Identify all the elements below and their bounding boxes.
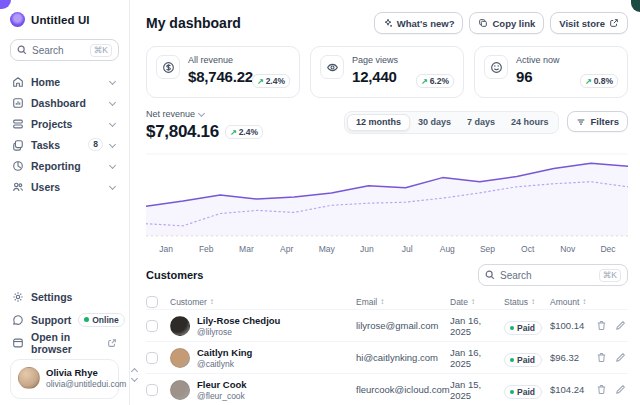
- visit-store-button[interactable]: Visit store: [550, 12, 628, 34]
- sidebar-item-label: Open in browser: [31, 331, 100, 355]
- gear-icon: [12, 291, 24, 303]
- row-checkbox[interactable]: [146, 320, 158, 332]
- chart-month-label: Sep: [467, 244, 507, 254]
- customers-search-input[interactable]: Search ⌘K: [478, 264, 628, 286]
- chart-month-label: Feb: [186, 244, 226, 254]
- pie-chart-icon: [12, 160, 24, 172]
- row-checkbox[interactable]: [146, 384, 158, 396]
- filter-lines-icon: [576, 117, 586, 127]
- status-badge: Paid: [504, 385, 542, 399]
- trash-icon[interactable]: [596, 320, 607, 331]
- tab-7-days[interactable]: 7 days: [459, 114, 503, 131]
- column-header-customer[interactable]: Customer↕: [170, 297, 356, 307]
- chart-month-label: Nov: [548, 244, 588, 254]
- message-icon: [12, 314, 24, 326]
- home-icon: [12, 76, 24, 88]
- table-row[interactable]: Lily-Rose Chedjou @lilyrose lilyrose@gma…: [146, 310, 628, 342]
- customer-email: lilyrose@gmail.com: [356, 320, 450, 331]
- chart-month-label: Aug: [427, 244, 467, 254]
- column-header-amount[interactable]: Amount↕: [550, 297, 594, 307]
- sidebar-footer: Settings Support Online Open in browser …: [10, 276, 119, 399]
- whats-new-button[interactable]: What's new?: [374, 12, 464, 34]
- avatar: [170, 316, 190, 336]
- sidebar-item-projects[interactable]: Projects: [10, 115, 119, 132]
- chevron-down-icon: [109, 141, 116, 148]
- sidebar-item-label: Projects: [31, 118, 103, 130]
- sidebar-item-label: Home: [31, 76, 103, 88]
- trend-badge: ↗0.8%: [580, 74, 618, 88]
- customer-date: Jan 16, 2025: [450, 315, 504, 337]
- sidebar-item-settings[interactable]: Settings: [10, 288, 119, 305]
- sidebar-item-support[interactable]: Support Online: [10, 311, 119, 328]
- edit-icon[interactable]: [615, 384, 626, 395]
- trash-icon[interactable]: [596, 352, 607, 363]
- date-range-tabs: 12 months 30 days 7 days 24 hours: [344, 111, 560, 134]
- column-header-email[interactable]: Email↕: [356, 297, 450, 307]
- tab-24-hours[interactable]: 24 hours: [503, 114, 557, 131]
- customer-name: Caitlyn King: [197, 347, 252, 358]
- search-shortcut: ⌘K: [90, 44, 112, 57]
- copy-link-button[interactable]: Copy link: [469, 12, 544, 34]
- table-row[interactable]: Caitlyn King @caitlynk hi@caitlynking.co…: [146, 342, 628, 374]
- tab-30-days[interactable]: 30 days: [410, 114, 459, 131]
- sidebar-item-home[interactable]: Home: [10, 73, 119, 90]
- net-revenue-value: $7,804.16: [146, 122, 219, 142]
- sidebar-search-input[interactable]: Search ⌘K: [10, 39, 119, 61]
- trend-up-icon: ↗: [257, 77, 264, 86]
- stat-card-all-revenue: All revenue $8,746.22 ↗2.4%: [146, 46, 300, 98]
- sort-icon: ↕: [531, 297, 535, 306]
- avatar: [170, 348, 190, 368]
- chevron-down-icon: [109, 183, 116, 190]
- sidebar-item-label: Dashboard: [31, 97, 103, 109]
- tab-12-months[interactable]: 12 months: [347, 114, 410, 131]
- external-link-icon: [609, 18, 619, 28]
- page-title: My dashboard: [146, 15, 241, 31]
- chart-month-label: Apr: [267, 244, 307, 254]
- brand-name: Untitled UI: [31, 14, 90, 26]
- sidebar-item-users[interactable]: Users: [10, 178, 119, 195]
- edit-icon[interactable]: [615, 320, 626, 331]
- customer-email: fleurcook@icloud.com: [356, 384, 450, 395]
- customer-handle: @fleur_cook: [197, 391, 247, 401]
- brand-logo[interactable]: Untitled UI: [10, 12, 119, 27]
- stat-card-page-views: Page views 12,440 ↗6.2%: [310, 46, 464, 98]
- sidebar-item-dashboard[interactable]: Dashboard: [10, 94, 119, 111]
- account-card[interactable]: Olivia Rhye olivia@untitledui.com: [10, 359, 119, 399]
- customer-handle: @caitlynk: [197, 359, 252, 369]
- avatar: [170, 380, 190, 400]
- tasks-count-badge: 8: [88, 138, 103, 151]
- net-revenue-section: Net revenue $7,804.16 ↗2.4% 12 months 30…: [146, 109, 628, 142]
- sidebar-item-label: Reporting: [31, 160, 103, 172]
- stat-value: 96: [516, 68, 560, 85]
- sidebar-item-tasks[interactable]: Tasks 8: [10, 136, 119, 153]
- sidebar-item-reporting[interactable]: Reporting: [10, 157, 119, 174]
- net-revenue-label[interactable]: Net revenue: [146, 109, 263, 119]
- customer-email: hi@caitlynking.com: [356, 352, 450, 363]
- sidebar-item-label: Tasks: [31, 139, 81, 151]
- table-row[interactable]: Fleur Cook @fleur_cook fleurcook@icloud.…: [146, 374, 628, 405]
- tasks-icon: [12, 139, 24, 151]
- status-badge: Paid: [504, 321, 542, 335]
- chart-month-label: Jun: [347, 244, 387, 254]
- main-content: My dashboard What's new? Copy link Visit…: [130, 0, 640, 405]
- customer-name: Lily-Rose Chedjou: [197, 315, 280, 326]
- sort-icon: ↕: [471, 297, 475, 306]
- row-checkbox[interactable]: [146, 352, 158, 364]
- status-dot-icon: [510, 358, 514, 362]
- trash-icon[interactable]: [596, 384, 607, 395]
- customer-handle: @lilyrose: [197, 327, 280, 337]
- sort-icon: ↕: [210, 297, 214, 306]
- column-header-date[interactable]: Date↕: [450, 297, 504, 307]
- column-header-status[interactable]: Status↕: [504, 297, 550, 307]
- browser-icon: [12, 337, 24, 349]
- stat-label: Active now: [516, 55, 560, 65]
- revenue-chart[interactable]: JanFebMarAprMayJunJulAugSepOctNovDec: [146, 148, 628, 254]
- customer-amount: $96.32: [550, 352, 594, 363]
- customer-date: Jan 16, 2025: [450, 347, 504, 369]
- sidebar-item-open-in-browser[interactable]: Open in browser: [10, 334, 119, 351]
- page-header: My dashboard What's new? Copy link Visit…: [146, 12, 628, 34]
- account-name: Olivia Rhye: [46, 367, 126, 378]
- edit-icon[interactable]: [615, 352, 626, 363]
- filters-button[interactable]: Filters: [567, 111, 628, 132]
- select-all-checkbox[interactable]: [146, 296, 158, 308]
